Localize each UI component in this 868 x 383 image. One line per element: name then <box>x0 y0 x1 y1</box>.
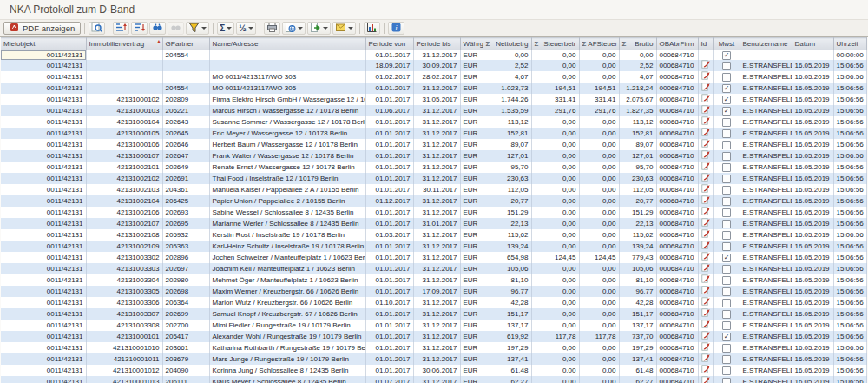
row-pdf-icon[interactable] <box>701 218 710 229</box>
cell-bis[interactable]: 28.02.2017 <box>413 71 460 83</box>
cell-netto[interactable]: 20,77 <box>483 195 531 207</box>
cell-af[interactable]: 0,00 <box>579 241 619 252</box>
cell-brutto[interactable]: 105,06 <box>619 263 656 274</box>
cell-iv[interactable]: 42131003303 <box>86 263 162 274</box>
mwst-checkbox[interactable] <box>722 208 731 217</box>
cell-id[interactable] <box>698 252 713 263</box>
cell-w[interactable]: EUR <box>460 207 483 218</box>
cell-af[interactable]: 0,00 <box>579 173 619 184</box>
cell-datum[interactable]: 16.05.2019 <box>792 83 833 94</box>
cell-af[interactable]: 117,78 <box>579 331 619 342</box>
find-next-button[interactable] <box>168 22 184 35</box>
cell-user[interactable]: E.STRANSFELD <box>740 252 792 263</box>
cell-id[interactable] <box>698 353 713 365</box>
cell-brutto[interactable]: 115,62 <box>619 229 656 241</box>
cell-user[interactable]: E.STRANSFELD <box>740 173 792 184</box>
cell-datum[interactable]: 16.05.2019 <box>792 365 833 376</box>
cell-steuer[interactable]: 124,45 <box>531 252 579 263</box>
cell-datum[interactable]: 16.05.2019 <box>792 218 833 229</box>
cell-w[interactable]: EUR <box>460 71 483 83</box>
cell-mo[interactable]: 0011/42131 <box>1 162 86 173</box>
cell-w[interactable]: EUR <box>460 162 483 173</box>
cell-af[interactable]: 331,41 <box>579 94 619 105</box>
cell-firm[interactable]: 000684710 <box>656 94 698 105</box>
cell-bis[interactable]: 31.12.2017 <box>413 195 460 207</box>
cell-von[interactable]: 01.01.2017 <box>365 252 413 263</box>
row-pdf-icon[interactable] <box>701 342 710 353</box>
cell-steuer[interactable]: 0,00 <box>531 320 579 331</box>
cell-von[interactable]: 01.01.2017 <box>365 83 413 94</box>
mwst-checkbox[interactable] <box>722 141 731 149</box>
cell-netto[interactable]: 62,27 <box>483 376 531 383</box>
cell-mo[interactable]: 0011/42131 <box>1 286 86 297</box>
cell-brutto[interactable]: 61,48 <box>619 365 656 376</box>
cell-af[interactable]: 0,00 <box>579 71 619 83</box>
cell-von[interactable]: 01.01.2017 <box>365 173 413 184</box>
cell-steuer[interactable]: 0,00 <box>531 116 579 128</box>
cell-bis[interactable]: 31.12.2017 <box>413 263 460 274</box>
cell-gp[interactable]: 202698 <box>162 286 209 297</box>
cell-brutto[interactable]: 95,70 <box>619 162 656 173</box>
cell-bis[interactable]: 31.01.2017 <box>413 218 460 229</box>
cell-user[interactable]: E.STRANSFELD <box>740 195 792 207</box>
cell-zeit[interactable]: 15:06:56 <box>833 128 866 139</box>
cell-id[interactable] <box>698 320 713 331</box>
cell-firm[interactable]: 000684710 <box>656 274 698 286</box>
cell-iv[interactable] <box>86 60 162 71</box>
cell-user[interactable]: E.STRANSFELD <box>740 94 792 105</box>
col-header-af[interactable]: ΣAFSteuer <box>579 38 619 50</box>
cell-gp[interactable]: 204554 <box>162 83 209 94</box>
col-header-bis[interactable]: Periode bis <box>413 38 460 50</box>
cell-brutto[interactable]: 112,05 <box>619 184 656 195</box>
cell-id[interactable] <box>698 195 713 207</box>
cell-name[interactable]: Katharina Rothbarth / Rungestraße 19 / 1… <box>209 342 365 353</box>
cell-firm[interactable]: 000684710 <box>656 252 698 263</box>
cell-von[interactable]: 01.01.2017 <box>365 241 413 252</box>
cell-iv[interactable]: 42131000102 <box>86 94 162 105</box>
cell-id[interactable] <box>698 139 713 150</box>
cell-w[interactable]: EUR <box>460 139 483 150</box>
cell-datum[interactable]: 16.05.2019 <box>792 241 833 252</box>
cell-bis[interactable]: 31.05.2017 <box>413 94 460 105</box>
cell-datum[interactable]: 16.05.2019 <box>792 207 833 218</box>
cell-w[interactable]: EUR <box>460 60 483 71</box>
cell-firm[interactable]: 000684710 <box>656 207 698 218</box>
cell-name[interactable]: Papier Union / Pappelallee 2 / 10155 Ber… <box>209 195 365 207</box>
cell-zeit[interactable]: 15:06:56 <box>833 252 866 263</box>
row-pdf-icon[interactable] <box>701 162 710 173</box>
cell-user[interactable]: E.STRANSFELD <box>740 139 792 150</box>
cell-id[interactable] <box>698 274 713 286</box>
cell-iv[interactable]: 42131002102 <box>86 173 162 184</box>
cell-zeit[interactable]: 15:06:56 <box>833 195 866 207</box>
cell-netto[interactable]: 127,01 <box>483 150 531 162</box>
cell-mwst[interactable] <box>713 342 740 353</box>
cell-zeit[interactable]: 00:00:00 <box>833 50 866 61</box>
cell-firm[interactable]: 000684710 <box>656 184 698 195</box>
cell-netto[interactable]: 152,81 <box>483 128 531 139</box>
cell-w[interactable]: EUR <box>460 50 483 61</box>
cell-id[interactable] <box>698 71 713 83</box>
row-pdf-icon[interactable] <box>701 128 710 139</box>
cell-zeit[interactable]: 15:06:56 <box>833 263 866 274</box>
cell-id[interactable] <box>698 173 713 184</box>
mwst-checkbox[interactable] <box>722 231 731 240</box>
cell-firm[interactable]: 000684710 <box>656 195 698 207</box>
cell-w[interactable]: EUR <box>460 297 483 308</box>
cell-user[interactable]: E.STRANSFELD <box>740 60 792 71</box>
col-header-zeit[interactable]: Uhrzeit <box>833 38 866 50</box>
cell-netto[interactable]: 96,77 <box>483 286 531 297</box>
cell-zeit[interactable]: 15:06:56 <box>833 116 866 128</box>
cell-iv[interactable]: 42131000107 <box>86 150 162 162</box>
cell-zeit[interactable]: 15:06:56 <box>833 365 866 376</box>
cell-mwst[interactable] <box>713 308 740 320</box>
cell-mwst[interactable] <box>713 353 740 365</box>
cell-id[interactable] <box>698 229 713 241</box>
cell-datum[interactable]: 16.05.2019 <box>792 71 833 83</box>
cell-id[interactable] <box>698 116 713 128</box>
cell-user[interactable]: E.STRANSFELD <box>740 150 792 162</box>
cell-brutto[interactable]: 62,27 <box>619 376 656 383</box>
cell-name[interactable]: Marcus Hirsch / Wassergasse 12 / 10178 B… <box>209 105 365 116</box>
cell-datum[interactable]: 16.05.2019 <box>792 297 833 308</box>
cell-datum[interactable]: 16.05.2019 <box>792 331 833 342</box>
cell-mo[interactable]: 0011/42131 <box>1 274 86 286</box>
